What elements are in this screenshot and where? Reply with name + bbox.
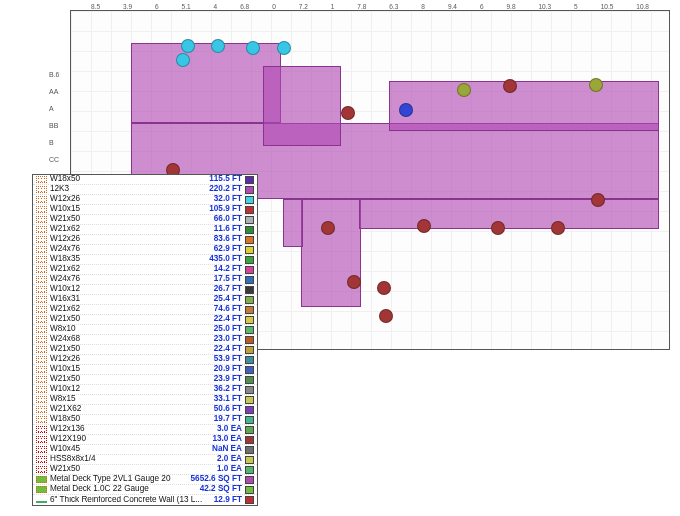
legend-pattern-swatch bbox=[36, 206, 47, 213]
legend-item-value: 11.6 FT bbox=[214, 225, 242, 233]
legend-item-label: 6" Thick Reinforced Concrete Wall (13 L.… bbox=[50, 496, 214, 504]
legend-item-value: 83.6 FT bbox=[214, 235, 242, 243]
slab-region[interactable] bbox=[389, 81, 659, 131]
column-marker[interactable] bbox=[379, 309, 393, 323]
legend-color-swatch bbox=[245, 496, 254, 504]
axis-row-label: A bbox=[49, 105, 60, 112]
legend-color-swatch bbox=[245, 176, 254, 184]
legend-color-swatch bbox=[245, 366, 254, 374]
slab-region[interactable] bbox=[359, 199, 659, 229]
slab-region[interactable] bbox=[283, 199, 303, 247]
legend-item-value: 13.0 EA bbox=[212, 435, 242, 443]
legend-item-label: W21x50 bbox=[50, 315, 214, 323]
column-marker[interactable] bbox=[589, 78, 603, 92]
legend-item-label: W10x45 bbox=[50, 445, 212, 453]
legend-row[interactable]: Metal Deck 1.0C 22 Gauge42.2 SQ FT bbox=[33, 485, 257, 495]
legend-color-swatch bbox=[245, 486, 254, 494]
column-marker[interactable] bbox=[176, 53, 190, 67]
legend-pattern-swatch bbox=[36, 286, 47, 293]
legend-item-label: W12X190 bbox=[50, 435, 212, 443]
column-marker[interactable] bbox=[591, 193, 605, 207]
legend-item-label: W12x136 bbox=[50, 425, 217, 433]
takeoff-legend-panel[interactable]: W18x50115.5 FT12K3220.2 FTW12x2632.0 FTW… bbox=[32, 174, 258, 506]
legend-item-value: 33.1 FT bbox=[214, 395, 242, 403]
legend-color-swatch bbox=[245, 316, 254, 324]
column-marker[interactable] bbox=[347, 275, 361, 289]
legend-item-value: 5652.6 SQ FT bbox=[191, 475, 242, 483]
axis-tick: 7.2 bbox=[299, 3, 308, 17]
column-marker[interactable] bbox=[321, 221, 335, 235]
legend-color-swatch bbox=[245, 266, 254, 274]
axis-tick: 1 bbox=[331, 3, 335, 17]
legend-item-label: HSS8x8x1/4 bbox=[50, 455, 217, 463]
slab-region[interactable] bbox=[301, 199, 361, 307]
legend-item-label: W21x50 bbox=[50, 215, 214, 223]
column-marker[interactable] bbox=[457, 83, 471, 97]
legend-color-swatch bbox=[245, 466, 254, 474]
legend-pattern-swatch bbox=[36, 476, 47, 483]
column-marker[interactable] bbox=[503, 79, 517, 93]
legend-pattern-swatch bbox=[36, 346, 47, 353]
legend-color-swatch bbox=[245, 336, 254, 344]
legend-pattern-swatch bbox=[36, 366, 47, 373]
legend-item-label: W24x76 bbox=[50, 275, 214, 283]
legend-color-swatch bbox=[245, 246, 254, 254]
legend-pattern-swatch bbox=[36, 236, 47, 243]
column-marker[interactable] bbox=[417, 219, 431, 233]
slab-region[interactable] bbox=[131, 43, 281, 123]
legend-color-swatch bbox=[245, 456, 254, 464]
axis-tick: 4 bbox=[214, 3, 218, 17]
legend-pattern-swatch bbox=[36, 246, 47, 253]
legend-color-swatch bbox=[245, 276, 254, 284]
axis-tick: 8 bbox=[421, 3, 425, 17]
axis-tick: 3.9 bbox=[123, 3, 132, 17]
column-marker[interactable] bbox=[551, 221, 565, 235]
axis-tick: 10.3 bbox=[538, 3, 551, 17]
legend-item-value: 22.4 FT bbox=[214, 315, 242, 323]
column-marker[interactable] bbox=[277, 41, 291, 55]
column-marker[interactable] bbox=[377, 281, 391, 295]
axis-tick: 5 bbox=[574, 3, 578, 17]
legend-item-label: W21X62 bbox=[50, 405, 214, 413]
legend-item-value: 62.9 FT bbox=[214, 245, 242, 253]
column-marker[interactable] bbox=[399, 103, 413, 117]
legend-item-value: 115.5 FT bbox=[209, 175, 242, 183]
column-marker[interactable] bbox=[211, 39, 225, 53]
legend-pattern-swatch bbox=[36, 296, 47, 303]
legend-item-label: W18x35 bbox=[50, 255, 209, 263]
legend-item-label: W8x10 bbox=[50, 325, 214, 333]
legend-item-label: W24x68 bbox=[50, 335, 214, 343]
slab-region[interactable] bbox=[263, 66, 341, 146]
axis-tick: 7.8 bbox=[357, 3, 366, 17]
legend-item-label: W21x50 bbox=[50, 345, 214, 353]
legend-color-swatch bbox=[245, 256, 254, 264]
legend-color-swatch bbox=[245, 396, 254, 404]
legend-pattern-swatch bbox=[36, 186, 47, 193]
legend-pattern-swatch bbox=[36, 356, 47, 363]
legend-item-value: 435.0 FT bbox=[209, 255, 242, 263]
column-marker[interactable] bbox=[341, 106, 355, 120]
legend-color-swatch bbox=[245, 196, 254, 204]
axis-tick: 6 bbox=[155, 3, 159, 17]
legend-pattern-swatch bbox=[36, 436, 47, 443]
legend-row[interactable]: 6" Thick Reinforced Concrete Wall (13 L.… bbox=[33, 495, 257, 505]
legend-color-swatch bbox=[245, 416, 254, 424]
legend-pattern-swatch bbox=[36, 336, 47, 343]
axis-side-labels: B.6AAABBBCCDD bbox=[49, 71, 60, 191]
axis-tick: 10.8 bbox=[636, 3, 649, 17]
column-marker[interactable] bbox=[181, 39, 195, 53]
legend-color-swatch bbox=[245, 346, 254, 354]
legend-pattern-swatch bbox=[36, 266, 47, 273]
legend-item-value: 23.0 FT bbox=[214, 335, 242, 343]
column-marker[interactable] bbox=[491, 221, 505, 235]
legend-item-label: W24x76 bbox=[50, 245, 214, 253]
legend-item-value: 12.9 FT bbox=[214, 496, 242, 504]
legend-color-swatch bbox=[245, 426, 254, 434]
legend-pattern-swatch bbox=[36, 416, 47, 423]
legend-item-label: W10x12 bbox=[50, 285, 214, 293]
legend-color-swatch bbox=[245, 446, 254, 454]
column-marker[interactable] bbox=[246, 41, 260, 55]
legend-color-swatch bbox=[245, 436, 254, 444]
legend-color-swatch bbox=[245, 286, 254, 294]
legend-item-value: 2.0 EA bbox=[217, 455, 242, 463]
